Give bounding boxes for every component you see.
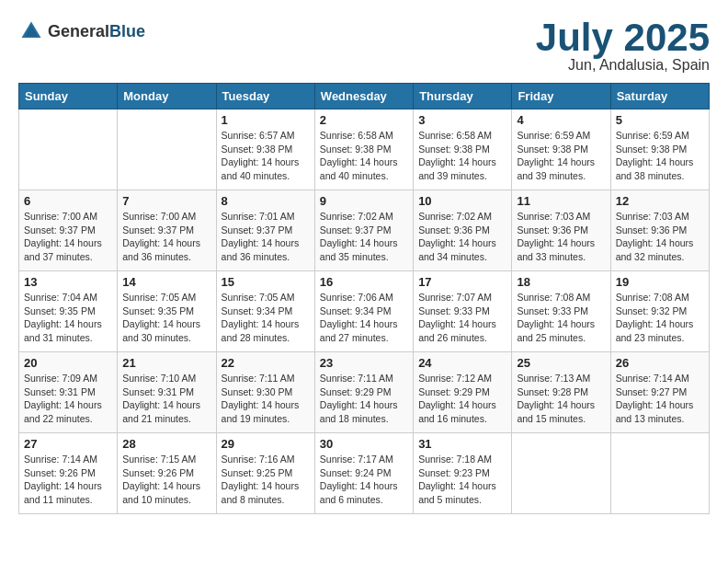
day-content: Sunrise: 6:58 AM Sunset: 9:38 PM Dayligh…	[320, 129, 408, 183]
calendar-cell: 18Sunrise: 7:08 AM Sunset: 9:33 PM Dayli…	[512, 271, 610, 352]
calendar-cell: 9Sunrise: 7:02 AM Sunset: 9:37 PM Daylig…	[314, 190, 413, 271]
week-row-4: 20Sunrise: 7:09 AM Sunset: 9:31 PM Dayli…	[19, 352, 710, 433]
day-header-sunday: Sunday	[19, 84, 118, 109]
calendar-cell: 29Sunrise: 7:16 AM Sunset: 9:25 PM Dayli…	[216, 433, 314, 514]
day-content: Sunrise: 7:13 AM Sunset: 9:28 PM Dayligh…	[517, 372, 605, 426]
day-content: Sunrise: 7:17 AM Sunset: 9:24 PM Dayligh…	[320, 453, 408, 507]
day-content: Sunrise: 7:02 AM Sunset: 9:36 PM Dayligh…	[418, 210, 506, 264]
calendar-cell: 31Sunrise: 7:18 AM Sunset: 9:23 PM Dayli…	[414, 433, 512, 514]
calendar-cell: 24Sunrise: 7:12 AM Sunset: 9:29 PM Dayli…	[414, 352, 512, 433]
calendar-cell: 19Sunrise: 7:08 AM Sunset: 9:32 PM Dayli…	[610, 271, 709, 352]
week-row-3: 13Sunrise: 7:04 AM Sunset: 9:35 PM Dayli…	[19, 271, 710, 352]
logo-text-general: General	[48, 22, 109, 40]
calendar-cell: 4Sunrise: 6:59 AM Sunset: 9:38 PM Daylig…	[512, 109, 610, 190]
calendar-cell: 25Sunrise: 7:13 AM Sunset: 9:28 PM Dayli…	[512, 352, 610, 433]
week-row-2: 6Sunrise: 7:00 AM Sunset: 9:37 PM Daylig…	[19, 190, 710, 271]
day-number: 23	[320, 356, 408, 370]
day-number: 11	[517, 194, 605, 208]
day-number: 27	[24, 437, 112, 451]
calendar-cell: 28Sunrise: 7:15 AM Sunset: 9:26 PM Dayli…	[118, 433, 216, 514]
day-number: 10	[418, 194, 506, 208]
day-content: Sunrise: 7:15 AM Sunset: 9:26 PM Dayligh…	[122, 453, 210, 507]
calendar-cell	[118, 109, 216, 190]
day-content: Sunrise: 7:09 AM Sunset: 9:31 PM Dayligh…	[24, 372, 112, 426]
day-number: 2	[320, 113, 408, 127]
day-number: 29	[222, 437, 310, 451]
week-row-1: 1Sunrise: 6:57 AM Sunset: 9:38 PM Daylig…	[19, 109, 710, 190]
day-number: 20	[24, 356, 112, 370]
logo: GeneralBlue	[18, 18, 145, 44]
day-content: Sunrise: 7:06 AM Sunset: 9:34 PM Dayligh…	[320, 291, 408, 345]
day-content: Sunrise: 7:11 AM Sunset: 9:30 PM Dayligh…	[222, 372, 310, 426]
calendar-cell: 30Sunrise: 7:17 AM Sunset: 9:24 PM Dayli…	[314, 433, 413, 514]
calendar-cell: 15Sunrise: 7:05 AM Sunset: 9:34 PM Dayli…	[216, 271, 314, 352]
day-content: Sunrise: 7:14 AM Sunset: 9:26 PM Dayligh…	[24, 453, 112, 507]
day-number: 7	[122, 194, 210, 208]
calendar-cell: 27Sunrise: 7:14 AM Sunset: 9:26 PM Dayli…	[19, 433, 118, 514]
calendar-cell: 22Sunrise: 7:11 AM Sunset: 9:30 PM Dayli…	[216, 352, 314, 433]
day-number: 22	[222, 356, 310, 370]
calendar-cell: 2Sunrise: 6:58 AM Sunset: 9:38 PM Daylig…	[314, 109, 413, 190]
month-title: July 2025	[536, 18, 710, 57]
day-number: 30	[320, 437, 408, 451]
day-header-saturday: Saturday	[610, 84, 709, 109]
day-content: Sunrise: 6:57 AM Sunset: 9:38 PM Dayligh…	[222, 129, 310, 183]
day-number: 25	[517, 356, 605, 370]
calendar-cell: 23Sunrise: 7:11 AM Sunset: 9:29 PM Dayli…	[314, 352, 413, 433]
title-area: July 2025 Jun, Andalusia, Spain	[536, 18, 710, 74]
day-content: Sunrise: 7:03 AM Sunset: 9:36 PM Dayligh…	[517, 210, 605, 264]
day-content: Sunrise: 7:00 AM Sunset: 9:37 PM Dayligh…	[122, 210, 210, 264]
calendar-cell: 21Sunrise: 7:10 AM Sunset: 9:31 PM Dayli…	[118, 352, 216, 433]
calendar-cell: 14Sunrise: 7:05 AM Sunset: 9:35 PM Dayli…	[118, 271, 216, 352]
day-content: Sunrise: 7:05 AM Sunset: 9:34 PM Dayligh…	[222, 291, 310, 345]
calendar-cell	[19, 109, 118, 190]
day-number: 17	[418, 275, 506, 289]
day-content: Sunrise: 7:18 AM Sunset: 9:23 PM Dayligh…	[418, 453, 506, 507]
day-content: Sunrise: 7:14 AM Sunset: 9:27 PM Dayligh…	[616, 372, 704, 426]
day-number: 12	[616, 194, 704, 208]
day-content: Sunrise: 7:10 AM Sunset: 9:31 PM Dayligh…	[122, 372, 210, 426]
calendar-cell: 26Sunrise: 7:14 AM Sunset: 9:27 PM Dayli…	[610, 352, 709, 433]
calendar-cell	[512, 433, 610, 514]
calendar-cell: 16Sunrise: 7:06 AM Sunset: 9:34 PM Dayli…	[314, 271, 413, 352]
day-content: Sunrise: 7:07 AM Sunset: 9:33 PM Dayligh…	[418, 291, 506, 345]
day-number: 4	[517, 113, 605, 127]
day-header-wednesday: Wednesday	[314, 84, 413, 109]
logo-icon	[18, 18, 44, 44]
day-number: 16	[320, 275, 408, 289]
day-number: 18	[517, 275, 605, 289]
day-number: 1	[222, 113, 310, 127]
calendar-table: SundayMondayTuesdayWednesdayThursdayFrid…	[18, 83, 710, 514]
day-content: Sunrise: 6:59 AM Sunset: 9:38 PM Dayligh…	[517, 129, 605, 183]
day-content: Sunrise: 6:59 AM Sunset: 9:38 PM Dayligh…	[616, 129, 704, 183]
week-row-5: 27Sunrise: 7:14 AM Sunset: 9:26 PM Dayli…	[19, 433, 710, 514]
day-number: 21	[122, 356, 210, 370]
calendar-cell: 20Sunrise: 7:09 AM Sunset: 9:31 PM Dayli…	[19, 352, 118, 433]
day-number: 24	[418, 356, 506, 370]
calendar-cell: 5Sunrise: 6:59 AM Sunset: 9:38 PM Daylig…	[610, 109, 709, 190]
logo-text-blue: Blue	[109, 22, 145, 40]
calendar-header: SundayMondayTuesdayWednesdayThursdayFrid…	[19, 84, 710, 109]
day-number: 9	[320, 194, 408, 208]
day-content: Sunrise: 7:12 AM Sunset: 9:29 PM Dayligh…	[418, 372, 506, 426]
day-number: 6	[24, 194, 112, 208]
day-number: 5	[616, 113, 704, 127]
location-subtitle: Jun, Andalusia, Spain	[536, 57, 710, 74]
calendar-cell: 17Sunrise: 7:07 AM Sunset: 9:33 PM Dayli…	[414, 271, 512, 352]
day-number: 8	[222, 194, 310, 208]
calendar-body: 1Sunrise: 6:57 AM Sunset: 9:38 PM Daylig…	[19, 109, 710, 514]
day-content: Sunrise: 7:16 AM Sunset: 9:25 PM Dayligh…	[222, 453, 310, 507]
day-number: 28	[122, 437, 210, 451]
calendar-cell: 7Sunrise: 7:00 AM Sunset: 9:37 PM Daylig…	[118, 190, 216, 271]
calendar-cell: 10Sunrise: 7:02 AM Sunset: 9:36 PM Dayli…	[414, 190, 512, 271]
day-header-thursday: Thursday	[414, 84, 512, 109]
day-content: Sunrise: 6:58 AM Sunset: 9:38 PM Dayligh…	[418, 129, 506, 183]
day-content: Sunrise: 7:02 AM Sunset: 9:37 PM Dayligh…	[320, 210, 408, 264]
day-number: 14	[122, 275, 210, 289]
day-content: Sunrise: 7:04 AM Sunset: 9:35 PM Dayligh…	[24, 291, 112, 345]
calendar-cell	[610, 433, 709, 514]
calendar-cell: 13Sunrise: 7:04 AM Sunset: 9:35 PM Dayli…	[19, 271, 118, 352]
day-content: Sunrise: 7:11 AM Sunset: 9:29 PM Dayligh…	[320, 372, 408, 426]
calendar-cell: 8Sunrise: 7:01 AM Sunset: 9:37 PM Daylig…	[216, 190, 314, 271]
day-header-tuesday: Tuesday	[216, 84, 314, 109]
